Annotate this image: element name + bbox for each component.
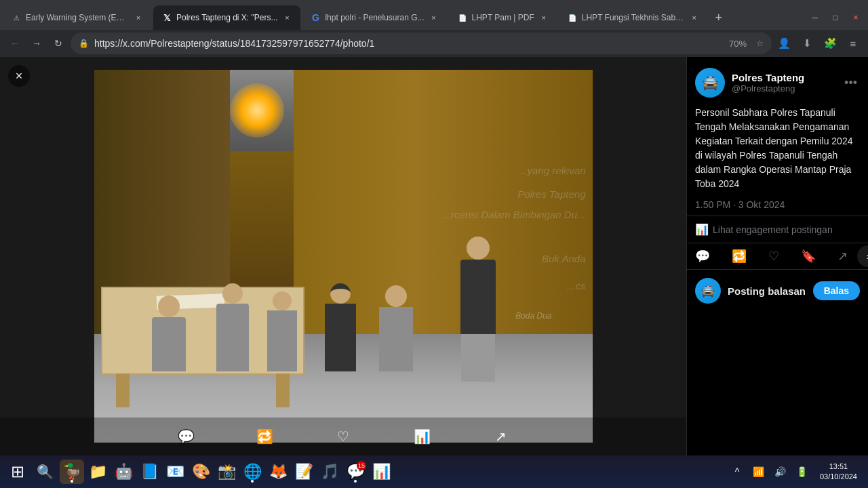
head-1 <box>158 296 180 317</box>
chart-icon: 📊 <box>695 223 709 236</box>
menu-icon[interactable]: ≡ <box>844 34 863 53</box>
volume-icon[interactable]: 🔊 <box>771 462 790 481</box>
star-icon[interactable]: ☆ <box>756 39 764 48</box>
maximize-button[interactable]: □ <box>826 8 845 27</box>
avatar[interactable]: 🚔 <box>695 68 725 98</box>
start-button[interactable]: ⊞ <box>5 460 30 484</box>
legs-6 <box>461 334 495 382</box>
tab-early-warning[interactable]: ⚠ Early Warning System (EW... × <box>3 5 152 30</box>
network-icon[interactable]: 📶 <box>749 462 768 481</box>
bookmark-button[interactable]: 🔖 <box>801 249 816 264</box>
figure-2 <box>216 283 249 371</box>
extensions-icon[interactable]: 🧩 <box>821 34 840 53</box>
head-5 <box>385 285 407 307</box>
figure-3 <box>267 291 297 371</box>
url-text: https://x.com/Polrestapteng/status/18417… <box>94 38 719 49</box>
head-3 <box>273 291 292 310</box>
tab-close-5[interactable]: × <box>689 12 700 23</box>
date-display: 03/10/2024 <box>820 472 857 482</box>
url-bar[interactable]: 🔒 https://x.com/Polrestapteng/status/184… <box>71 33 772 54</box>
analytics-action-icon[interactable]: 📊 <box>410 424 434 449</box>
image-action-bar: 💬 🔁 ♡ 📊 ↗ <box>0 418 686 455</box>
show-hidden-icon[interactable]: ^ <box>728 462 747 481</box>
taskbar-app-copilot[interactable]: 🤖 <box>111 460 136 484</box>
tab-close-4[interactable]: × <box>538 12 549 23</box>
reply-button[interactable]: 💬 <box>695 249 710 264</box>
taskbar-app-spotify[interactable]: 🎵 <box>317 460 342 484</box>
taskbar-app-instagram[interactable]: 📸 <box>214 460 239 484</box>
tab-lhpt-pdf[interactable]: 📄 LHPT Pam | PDF × <box>449 5 557 30</box>
body-1 <box>152 317 186 371</box>
taskbar-app-excel[interactable]: 📊 <box>369 460 393 484</box>
sign-text: Boda Dua <box>515 311 551 321</box>
more-options-button[interactable]: ••• <box>842 73 860 93</box>
minimize-button[interactable]: ─ <box>806 8 825 27</box>
taskbar-app-firefox[interactable]: 🦊 <box>266 460 290 484</box>
close-image-button[interactable]: × <box>8 65 30 87</box>
user-handle[interactable]: @Polrestapteng <box>732 83 804 94</box>
retweet-action-icon[interactable]: 🔁 <box>252 424 277 449</box>
body-4 <box>325 304 356 371</box>
watermark-4: Buk Anda <box>542 253 586 264</box>
toolbar-icons: 👤 ⬇ 🧩 ≡ <box>774 34 863 53</box>
share-button[interactable]: ↗ <box>837 249 848 264</box>
tab-bar: ⚠ Early Warning System (EW... × 𝕏 Polres… <box>0 0 868 30</box>
figure-6 <box>460 237 496 382</box>
window-controls: ─ □ × <box>806 8 865 27</box>
close-button[interactable]: × <box>846 8 865 27</box>
content-area: × <box>0 57 868 455</box>
engagement-row[interactable]: 📊 Lihat engagement postingan <box>687 216 868 243</box>
taskbar: ⊞ 🔍 🦆 📁 🤖 📘 📧 🎨 📸 🌐 🦊 <box>0 455 868 488</box>
tweet-time: 1.50 PM · 3 Okt 2024 <box>687 197 868 216</box>
reply-submit-button[interactable]: Balas <box>813 281 860 300</box>
taskbar-app-word[interactable]: 📝 <box>292 460 316 484</box>
taskbar-app-teams[interactable]: 📘 <box>137 460 161 484</box>
search-button[interactable]: 🔍 <box>33 460 57 484</box>
system-tray: ^ 📶 🔊 🔋 13:51 03/10/2024 <box>728 462 863 483</box>
taskbar-app-canva[interactable]: 🎨 <box>189 460 213 484</box>
clock[interactable]: 13:51 03/10/2024 <box>814 462 863 483</box>
browser-chrome: ⚠ Early Warning System (EW... × 𝕏 Polres… <box>0 0 868 57</box>
download-icon[interactable]: ⬇ <box>797 34 816 53</box>
refresh-button[interactable]: ↻ <box>49 34 68 53</box>
taskbar-app-mail[interactable]: 📧 <box>163 460 187 484</box>
tab-title-2: Polres Tapteng di X: "Pers... <box>176 13 277 22</box>
table-leg-right <box>276 373 290 407</box>
tab-title-4: LHPT Pam | PDF <box>472 13 534 22</box>
tab-title-1: Early Warning System (EW... <box>26 13 129 22</box>
tab-close-3[interactable]: × <box>429 12 439 23</box>
watermark-2: Polres Tapteng <box>517 188 585 200</box>
profile-icon[interactable]: 👤 <box>774 34 793 53</box>
tab-lhpt-fungsi[interactable]: 📄 LHPT Fungsi Tekhnis Sabh... × <box>559 5 708 30</box>
like-action-icon[interactable]: ♡ <box>331 424 355 449</box>
forward-button[interactable]: → <box>27 34 46 53</box>
battery-icon[interactable]: 🔋 <box>793 462 812 481</box>
share-action-icon[interactable]: ↗ <box>488 424 513 449</box>
head-6 <box>467 237 490 260</box>
watermark-1: ...yang relevan <box>519 165 585 176</box>
tab-polres[interactable]: 𝕏 Polres Tapteng di X: "Pers... × <box>153 5 300 30</box>
tab-favicon-2: 𝕏 <box>161 12 172 23</box>
lock-icon: 🔒 <box>79 39 89 48</box>
taskbar-app-libreoffice[interactable]: 🦆 <box>60 460 84 484</box>
image-viewer: × <box>0 57 686 455</box>
tab-close-1[interactable]: × <box>133 12 144 23</box>
engagement-label: Lihat engagement postingan <box>713 224 833 235</box>
tweet-action-row: 💬 🔁 ♡ 🔖 ↗ <box>687 243 868 270</box>
figure-4 <box>325 283 356 371</box>
tab-favicon-4: 📄 <box>457 12 468 23</box>
taskbar-app-whatsapp[interactable]: 💬 15 <box>343 460 368 484</box>
reply-avatar: 🚔 <box>695 278 721 304</box>
taskbar-app-file-explorer[interactable]: 📁 <box>85 460 110 484</box>
tab-close-2[interactable]: × <box>281 12 292 23</box>
taskbar-app-edge[interactable]: 🌐 <box>240 460 264 484</box>
like-button[interactable]: ♡ <box>768 249 779 264</box>
back-button[interactable]: ← <box>5 34 24 53</box>
tab-lhpt-search[interactable]: G lhpt polri - Penelusuran G... × <box>302 5 447 30</box>
tab-favicon-1: ⚠ <box>11 12 22 23</box>
body-6 <box>460 260 496 334</box>
username[interactable]: Polres Tapteng <box>732 72 804 83</box>
reply-action-icon[interactable]: 💬 <box>174 424 198 449</box>
new-tab-button[interactable]: + <box>709 8 728 27</box>
retweet-button[interactable]: 🔁 <box>732 249 747 264</box>
